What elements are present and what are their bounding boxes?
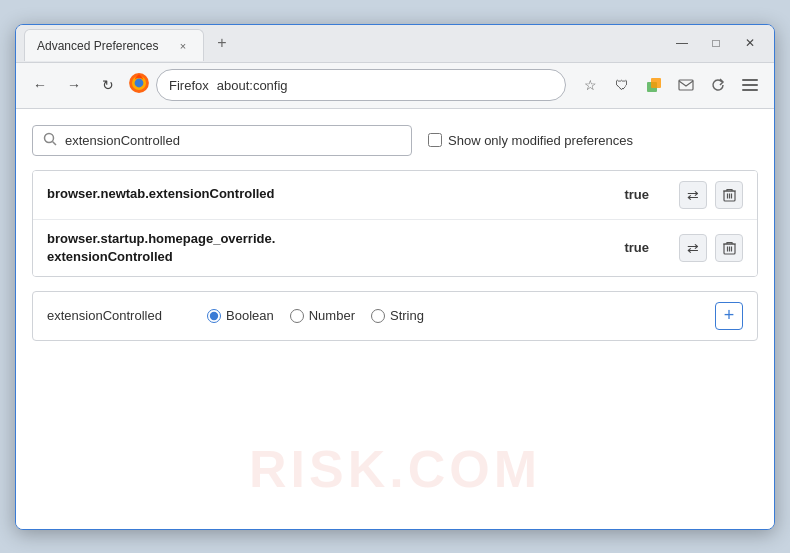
add-pref-button[interactable]: + [715,302,743,330]
close-button[interactable]: ✕ [734,29,766,57]
title-bar: Advanced Preferences × + — □ ✕ [16,25,774,63]
firefox-logo [128,72,150,98]
search-input[interactable] [65,133,401,148]
pocket-icon[interactable]: 🛡 [608,71,636,99]
mail-icon[interactable] [672,71,700,99]
svg-point-9 [45,133,54,142]
pref-name-1: browser.newtab.extensionControlled [47,185,624,203]
browser-tab[interactable]: Advanced Preferences × [24,29,204,61]
search-icon [43,132,57,149]
menu-icon[interactable] [736,71,764,99]
pref-value-1: true [624,187,649,202]
svg-rect-5 [679,80,693,90]
trash-icon [723,241,736,255]
svg-rect-4 [651,78,661,88]
show-modified-label[interactable]: Show only modified preferences [428,133,633,148]
address-bar[interactable]: Firefox about:config [156,69,566,101]
pref-actions-1: ⇄ [679,181,743,209]
svg-point-2 [135,79,144,88]
show-modified-checkbox[interactable] [428,133,442,147]
page-content: RISK.COM Show only modified preferences … [16,109,774,529]
add-pref-name: extensionControlled [47,308,187,323]
url-text: about:config [217,78,288,93]
trash-icon [723,188,736,202]
radio-group: Boolean Number String [207,308,695,323]
pref-actions-2: ⇄ [679,234,743,262]
browser-window: Advanced Preferences × + — □ ✕ ← → ↻ [15,24,775,530]
forward-icon: → [67,77,81,93]
browser-name: Firefox [169,78,209,93]
toolbar-icons: ☆ 🛡 [576,71,764,99]
radio-number-input[interactable] [290,309,304,323]
svg-rect-7 [742,84,758,86]
reload-button[interactable]: ↻ [94,71,122,99]
watermark: RISK.COM [249,439,541,499]
radio-string[interactable]: String [371,308,424,323]
pref-search-box[interactable] [32,125,412,156]
delete-button-1[interactable] [715,181,743,209]
delete-button-2[interactable] [715,234,743,262]
new-tab-button[interactable]: + [208,29,236,57]
radio-string-input[interactable] [371,309,385,323]
pref-name-2-line1: browser.startup.homepage_override. [47,231,275,246]
radio-boolean[interactable]: Boolean [207,308,274,323]
table-row: browser.newtab.extensionControlled true … [33,171,757,220]
radio-string-label: String [390,308,424,323]
pref-name-2-line2: extensionControlled [47,249,173,264]
svg-line-10 [53,141,57,145]
maximize-button[interactable]: □ [700,29,732,57]
back-icon: ← [33,77,47,93]
tab-close-button[interactable]: × [175,38,191,54]
radio-number[interactable]: Number [290,308,355,323]
swap-icon: ⇄ [687,187,699,203]
add-pref-row: extensionControlled Boolean Number Strin… [32,291,758,341]
table-row: browser.startup.homepage_override. exten… [33,220,757,276]
svg-rect-8 [742,89,758,91]
radio-number-label: Number [309,308,355,323]
radio-boolean-label: Boolean [226,308,274,323]
prefs-table: browser.newtab.extensionControlled true … [32,170,758,277]
search-row: Show only modified preferences [32,125,758,156]
swap-icon: ⇄ [687,240,699,256]
minimize-button[interactable]: — [666,29,698,57]
swap-button-1[interactable]: ⇄ [679,181,707,209]
window-controls: — □ ✕ [666,29,766,57]
extension-icon[interactable] [640,71,668,99]
reload-icon: ↻ [102,77,114,93]
svg-rect-6 [742,79,758,81]
show-modified-text: Show only modified preferences [448,133,633,148]
forward-button[interactable]: → [60,71,88,99]
radio-boolean-input[interactable] [207,309,221,323]
back-button[interactable]: ← [26,71,54,99]
swap-button-2[interactable]: ⇄ [679,234,707,262]
sync-icon[interactable] [704,71,732,99]
bookmark-icon[interactable]: ☆ [576,71,604,99]
nav-bar: ← → ↻ Firefox about:config ☆ 🛡 [16,63,774,109]
pref-name-2: browser.startup.homepage_override. exten… [47,230,624,266]
pref-value-2: true [624,240,649,255]
tab-title: Advanced Preferences [37,39,167,53]
